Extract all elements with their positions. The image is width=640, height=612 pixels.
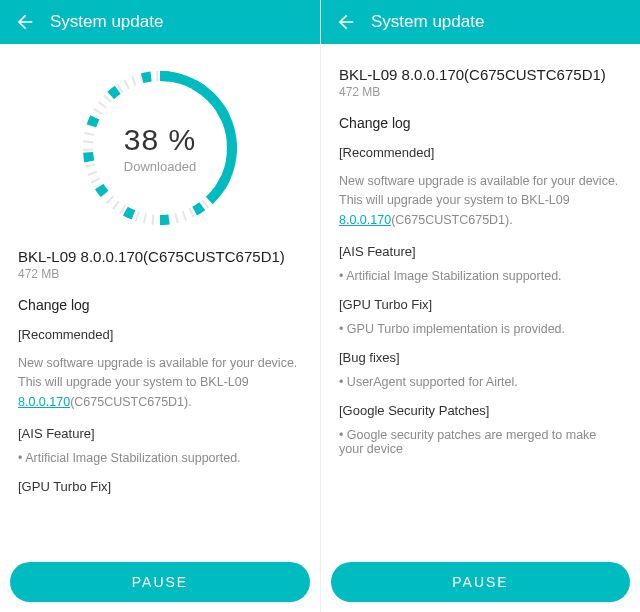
security-heading: [Google Security Patches] <box>339 403 622 418</box>
security-bullet: Google security patches are merged to ma… <box>339 428 622 456</box>
header-title: System update <box>50 12 163 32</box>
changelog-heading: Change log <box>339 115 622 131</box>
header-title: System update <box>371 12 484 32</box>
recommended-body: New software upgrade is available for yo… <box>339 172 622 230</box>
version-line: BKL-L09 8.0.0.170(C675CUSTC675D1) <box>18 248 302 265</box>
back-arrow-icon <box>14 12 34 32</box>
header: System update <box>0 0 320 44</box>
version-link[interactable]: 8.0.0.170 <box>339 213 391 227</box>
back-button[interactable] <box>12 10 36 34</box>
gpu-heading: [GPU Turbo Fix] <box>18 479 302 494</box>
ais-bullet: Artificial Image Stabilization supported… <box>18 451 302 465</box>
bug-bullet: UserAgent supported for Airtel. <box>339 375 622 389</box>
gpu-bullet: GPU Turbo implementation is provided. <box>339 322 622 336</box>
changelog-heading: Change log <box>18 297 302 313</box>
pause-button[interactable]: PAUSE <box>331 562 630 602</box>
recommended-body: New software upgrade is available for yo… <box>18 354 302 412</box>
bug-heading: [Bug fixes] <box>339 350 622 365</box>
screens-wrap: System update 38 % Downloaded <box>0 0 640 612</box>
screen-left: System update 38 % Downloaded <box>0 0 320 612</box>
ais-heading: [AIS Feature] <box>339 244 622 259</box>
recommended-body-post: (C675CUSTC675D1). <box>391 213 513 227</box>
recommended-heading: [Recommended] <box>339 145 622 160</box>
gpu-heading: [GPU Turbo Fix] <box>339 297 622 312</box>
footer: PAUSE <box>321 554 640 612</box>
version-link[interactable]: 8.0.0.170 <box>18 395 70 409</box>
screen-right: System update BKL-L09 8.0.0.170(C675CUST… <box>320 0 640 612</box>
footer: PAUSE <box>0 554 320 612</box>
back-arrow-icon <box>335 12 355 32</box>
back-button[interactable] <box>333 10 357 34</box>
pause-button[interactable]: PAUSE <box>10 562 310 602</box>
progress-status: Downloaded <box>124 159 196 174</box>
progress-ring: 38 % Downloaded <box>74 62 246 234</box>
update-size: 472 MB <box>339 85 622 99</box>
progress-percent: 38 % <box>124 123 196 157</box>
recommended-heading: [Recommended] <box>18 327 302 342</box>
recommended-body-pre: New software upgrade is available for yo… <box>18 356 297 389</box>
content-scroll[interactable]: BKL-L09 8.0.0.170(C675CUSTC675D1) 472 MB… <box>321 44 640 612</box>
ais-bullet: Artificial Image Stabilization supported… <box>339 269 622 283</box>
update-size: 472 MB <box>18 267 302 281</box>
header: System update <box>321 0 640 44</box>
recommended-body-post: (C675CUSTC675D1). <box>70 395 192 409</box>
recommended-body-pre: New software upgrade is available for yo… <box>339 174 618 207</box>
content-scroll[interactable]: 38 % Downloaded BKL-L09 8.0.0.170(C675CU… <box>0 44 320 612</box>
version-line: BKL-L09 8.0.0.170(C675CUSTC675D1) <box>339 66 622 83</box>
ais-heading: [AIS Feature] <box>18 426 302 441</box>
progress-ring-wrap: 38 % Downloaded <box>18 62 302 234</box>
